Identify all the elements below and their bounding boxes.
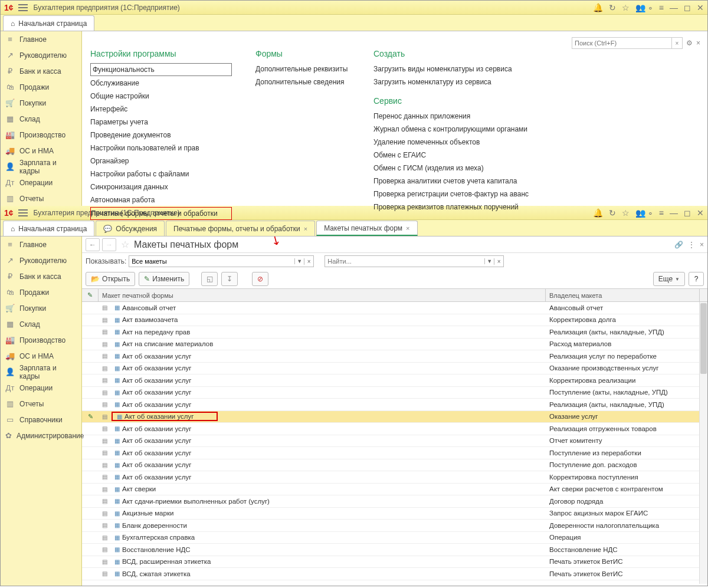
scrollbar[interactable] [699,302,707,584]
tab[interactable]: ⌂Начальная страница [3,221,94,236]
table-row[interactable]: ▤▦Акт об оказании услугПоступление из пе… [82,447,707,459]
table-row[interactable]: ▤▦Акт об оказании услугПоступление (акты… [82,387,707,399]
sidebar-item[interactable]: 👤Зарплата и кадры [1,364,81,380]
settings-link[interactable]: Загрузить виды номенклатуры из сервиса [373,63,529,75]
sidebar-item[interactable]: 🚚ОС и НМА [1,143,81,159]
table-row[interactable]: ✎▤▦Акт об оказании услугОказание услуг [82,411,707,423]
sidebar-item[interactable]: ▦Склад [1,111,81,127]
settings-link[interactable]: Печатные формы, отчеты и обработки [90,207,232,220]
col-icon[interactable]: ✎ [82,289,99,301]
table-row[interactable]: ▤▦Акт сверкиАкт сверки расчетов с контра… [82,484,707,496]
menu-icon-2[interactable] [18,209,28,216]
settings-link[interactable]: Проверка регистрации счетов-фактур на ав… [373,188,529,200]
close-icon[interactable]: ✕ [697,3,704,12]
table-row[interactable]: ▤▦Акт на передачу правРеализация (акты, … [82,326,707,339]
table-row[interactable]: ▤▦Бланк доверенностиДоверенности налогоп… [82,520,707,532]
sidebar-item[interactable]: ≡Главное [1,236,81,252]
table-row[interactable]: ▤▦Акт об оказании услугОтчет комитенту [82,435,707,448]
settings-link[interactable]: Перенос данных приложения [373,110,529,122]
sidebar-item[interactable]: 🏭Производство [1,127,81,143]
sidebar-item[interactable]: ДтОперации [1,380,81,396]
sidebar-item[interactable]: ✿Администрирование [1,428,81,444]
help-button[interactable]: ? [689,272,704,286]
filter-icon[interactable]: ≡ [659,3,664,12]
find-clear[interactable]: × [494,258,503,265]
use-std-button[interactable]: ◱ [201,272,218,286]
table-row[interactable]: ▤▦Акцизные маркиЗапрос акцизных марок ЕГ… [82,508,707,520]
filter-clear[interactable]: × [304,258,313,265]
search-input[interactable] [572,37,672,49]
settings-link[interactable]: Интерфейс [90,103,232,115]
settings-link[interactable]: Функциональность [90,63,232,76]
delete-button[interactable]: ⊘ [252,272,268,286]
find-input[interactable] [325,256,484,267]
settings-link[interactable]: Синхронизация данных [90,181,232,193]
more-icon[interactable]: ⋮ [688,241,695,249]
table-row[interactable]: ▤▦Бухгалтерская справкаОперация [82,532,707,544]
grid-body[interactable]: ▤▦Авансовый отчетАвансовый отчет▤▦Акт вз… [82,302,707,584]
link-icon[interactable]: 🔗 [674,241,683,249]
table-row[interactable]: ▤▦Авансовый отчетАвансовый отчет [82,302,707,314]
table-row[interactable]: ▤▦Восстановление НДСВосстановление НДС [82,544,707,556]
col-owner[interactable]: Владелец макета [546,289,699,301]
nav-back[interactable]: ← [86,238,100,251]
nav-fwd[interactable]: → [102,238,116,251]
settings-link[interactable]: Настройки пользователей и прав [90,142,232,154]
sidebar-item[interactable]: 🛍Продажи [1,284,81,300]
export-button[interactable]: ↧ [221,272,238,286]
settings-link[interactable]: Проведение документов [90,129,232,141]
scroll-thumb[interactable] [700,303,707,374]
table-row[interactable]: ▤▦Акт об оказании услугРеализация услуг … [82,350,707,363]
settings-link[interactable]: Удаление помеченных объектов [373,136,529,148]
sidebar-item[interactable]: 🛒Покупки [1,300,81,316]
sidebar-item[interactable]: ▭Справочники [1,412,81,428]
settings-link[interactable]: Журнал обмена с контролирующими органами [373,123,529,135]
table-row[interactable]: ▤▦ВСД, сжатая этикеткаПечать этикеток Ве… [82,568,707,580]
col-name[interactable]: Макет печатной формы [99,289,546,301]
sidebar-item[interactable]: ДтОперации [1,175,81,190]
table-row[interactable]: ▤▦Акт об оказании услугРеализация отгруж… [82,423,707,435]
close-page-icon[interactable]: × [700,241,704,249]
tab-home-1[interactable]: ⌂ Начальная страница [3,15,94,31]
table-row[interactable]: ▤▦Акт взаимозачетаКорректировка долга [82,314,707,327]
settings-link[interactable]: Проверка реквизитов платежных поручений [373,201,529,213]
menu-icon[interactable] [18,4,28,11]
settings-link[interactable]: Органайзер [90,155,232,167]
settings-link[interactable]: Общие настройки [90,90,232,102]
settings-link[interactable]: Дополнительные реквизиты [255,63,350,75]
sidebar-item[interactable]: ₽Банк и касса [1,268,81,284]
user-icon[interactable]: 👥 ∘ [635,3,653,12]
history-icon[interactable]: ↻ [609,3,616,12]
table-row[interactable]: ▤▦Акт об оказании услугКорректировка реа… [82,375,707,387]
find-combo[interactable]: ▼ × [324,255,504,267]
gear-icon[interactable]: ⚙ [686,39,693,47]
table-row[interactable]: ▤▦Акт об оказании услугРеализация (акты,… [82,399,707,411]
settings-link[interactable]: Проверка аналитики счетов учета капитала [373,175,529,187]
search-clear[interactable]: × [672,37,683,49]
more-button[interactable]: Еще ▼ [653,272,685,286]
sidebar-item[interactable]: ≡Главное [1,31,81,47]
sidebar-item[interactable]: 🏭Производство [1,332,81,348]
fav-icon[interactable]: ☆ [121,239,129,250]
minimize-icon[interactable]: — [670,3,678,12]
edit-button[interactable]: ✎Изменить [139,272,189,286]
sidebar-item[interactable]: ↗Руководителю [1,252,81,268]
settings-link[interactable]: Параметры учета [90,116,232,128]
settings-link[interactable]: Автономная работа [90,194,232,206]
settings-link[interactable]: Загрузить номенклатуру из сервиса [373,76,529,88]
star-icon[interactable]: ☆ [622,3,630,12]
settings-link[interactable]: Настройки работы с файлами [90,168,232,180]
settings-link[interactable]: Дополнительные сведения [255,76,350,88]
maximize-icon[interactable]: ◻ [684,3,691,12]
table-row[interactable]: ▤▦Акт об оказании услугКорректировка пос… [82,471,707,484]
settings-link[interactable]: Обмен с ЕГАИС [373,149,529,161]
sidebar-item[interactable]: 🛍Продажи [1,79,81,95]
sidebar-item[interactable]: 👤Зарплата и кадры [1,159,81,175]
table-row[interactable]: ▤▦Акт сдачи-приемки выполненных работ (у… [82,495,707,508]
tab-close-icon[interactable]: × [304,225,307,232]
sidebar-item[interactable]: 🚚ОС и НМА [1,348,81,364]
sidebar-item[interactable]: ▥Отчеты [1,396,81,412]
table-row[interactable]: ▤▦ВСД, расширенная этикеткаПечать этикет… [82,556,707,569]
table-row[interactable]: ▤▦Акт об оказании услугОказание производ… [82,363,707,375]
bell-icon[interactable]: 🔔 [593,3,603,12]
